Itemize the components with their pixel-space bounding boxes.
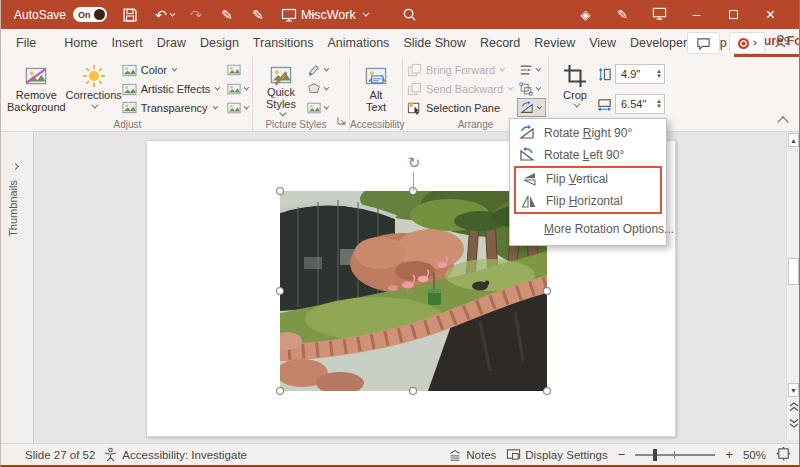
reset-picture-icon: [227, 101, 241, 115]
bring-forward-icon: [407, 63, 422, 78]
height-spin-down-icon[interactable]: ▼: [656, 74, 662, 79]
send-backward-button: Send Backward: [407, 80, 517, 99]
width-spinner[interactable]: ▲▼: [656, 99, 662, 109]
flip-horizontal-icon: [521, 193, 537, 209]
resize-handle-bottom-right[interactable]: [543, 387, 551, 395]
editing-mode-pen-icon[interactable]: ✎: [604, 7, 641, 22]
autosave-toggle[interactable]: On: [73, 7, 107, 22]
menu-item-rotate-right-90[interactable]: Rotate Right 90°: [510, 122, 666, 144]
picture-effects-icon: [307, 82, 321, 96]
display-settings-button[interactable]: Display Settings: [506, 447, 607, 462]
rotate-handle-icon[interactable]: ↻: [406, 155, 422, 171]
resize-handle-top-left[interactable]: [276, 187, 284, 195]
menu-item-flip-horizontal[interactable]: Flip Horizontal: [516, 190, 660, 212]
fit-to-window-button[interactable]: [776, 446, 791, 463]
menu-item-rotate-left-90[interactable]: Rotate Left 90°: [510, 144, 666, 166]
compress-pictures-button[interactable]: [225, 61, 250, 80]
previous-slide-button[interactable]: [788, 400, 799, 414]
slide-number-indicator[interactable]: Slide 27 of 52: [25, 449, 95, 461]
presenter-window-icon[interactable]: [641, 6, 678, 24]
zoom-slider[interactable]: [635, 454, 715, 456]
tab-record[interactable]: Record: [473, 29, 527, 57]
picture-effects-button[interactable]: [305, 80, 345, 99]
accessibility-checker[interactable]: Accessibility: Investigate: [103, 447, 247, 462]
search-icon[interactable]: [402, 7, 417, 25]
tab-draw[interactable]: Draw: [150, 29, 193, 57]
shape-width-icon: [597, 97, 612, 112]
close-button[interactable]: ×: [752, 6, 789, 24]
tab-developer[interactable]: Developer: [623, 29, 694, 57]
share-people-icon[interactable]: [774, 33, 791, 53]
tab-design[interactable]: Design: [193, 29, 246, 57]
artistic-effects-button[interactable]: Artistic Effects: [122, 80, 225, 99]
undo-icon[interactable]: ↶: [153, 7, 169, 23]
menu-item-more-rotation-options[interactable]: More Rotation Options...: [510, 218, 666, 240]
shape-width-input[interactable]: [621, 98, 653, 110]
ink-pen-icon[interactable]: ✎: [219, 7, 235, 23]
tab-slide-show[interactable]: Slide Show: [396, 29, 473, 57]
zoom-slider-thumb[interactable]: [653, 449, 657, 461]
menu-item-flip-vertical[interactable]: Flip Vertical: [516, 168, 660, 190]
tab-view[interactable]: View: [582, 29, 623, 57]
tab-transitions[interactable]: Transitions: [246, 29, 321, 57]
group-objects-button[interactable]: [517, 80, 546, 99]
shape-height-input[interactable]: [621, 68, 653, 80]
reset-picture-chevron-icon: [243, 103, 249, 109]
undo-dropdown-chevron-icon[interactable]: [170, 10, 176, 16]
collapse-ribbon-chevron-icon[interactable]: [777, 116, 788, 127]
remove-background-button[interactable]: Remove Background: [7, 59, 66, 117]
minimize-button[interactable]: –: [678, 7, 715, 22]
transparency-button[interactable]: Transparency: [122, 98, 225, 117]
width-spin-down-icon[interactable]: ▼: [656, 104, 662, 109]
thumbnails-pane[interactable]: Thumbnails: [1, 132, 34, 445]
scroll-up-button[interactable]: ▲: [788, 133, 799, 147]
draw-pen-icon[interactable]: ✎: [250, 7, 266, 23]
height-spinner[interactable]: ▲▼: [656, 69, 662, 79]
autosave-label: AutoSave: [14, 8, 66, 22]
tab-animations[interactable]: Animations: [321, 29, 397, 57]
align-button[interactable]: [517, 61, 546, 80]
picture-styles-dialog-launcher-icon[interactable]: [337, 115, 347, 129]
notes-button[interactable]: Notes: [448, 448, 496, 462]
toggle-knob-icon: [94, 9, 105, 20]
reset-picture-button[interactable]: [225, 98, 250, 117]
corrections-button[interactable]: Corrections: [66, 59, 122, 117]
comments-button[interactable]: [687, 32, 720, 54]
scroll-down-button[interactable]: ▼: [788, 383, 799, 397]
record-button[interactable]: [729, 32, 765, 54]
scroll-down-icon: ▼: [790, 387, 797, 394]
adjust-group-label: Adjust: [3, 119, 252, 130]
scrollbar-thumb[interactable]: [788, 258, 799, 285]
zoom-level[interactable]: 50%: [743, 449, 766, 461]
start-presentation-icon[interactable]: [281, 7, 297, 23]
resize-handle-middle-left[interactable]: [276, 287, 284, 295]
picture-border-button[interactable]: [305, 61, 345, 80]
change-picture-button[interactable]: [225, 80, 250, 99]
color-button[interactable]: Color: [122, 61, 225, 80]
quick-styles-button[interactable]: Quick Styles: [257, 59, 305, 117]
alt-text-button[interactable]: Alt Text: [354, 59, 398, 117]
resize-handle-bottom-left[interactable]: [276, 387, 284, 395]
tab-insert[interactable]: Insert: [105, 29, 150, 57]
record-chevron-icon: [751, 40, 757, 46]
zoom-in-button[interactable]: +: [725, 447, 733, 462]
tab-review[interactable]: Review: [527, 29, 582, 57]
crop-button[interactable]: Crop: [553, 59, 597, 117]
group-accessibility: Alt Text Accessibility: [350, 57, 403, 131]
slide-picture[interactable]: [280, 191, 547, 391]
vertical-scrollbar[interactable]: ▲ ▼: [786, 132, 799, 440]
document-title-area[interactable]: MiscWork: [301, 0, 367, 29]
thumbnails-expand-chevron-icon[interactable]: [12, 163, 19, 170]
save-icon[interactable]: [122, 7, 138, 23]
maximize-button[interactable]: [715, 7, 752, 22]
resize-handle-bottom-middle[interactable]: [409, 387, 417, 395]
selection-pane-button[interactable]: Selection Pane: [407, 98, 517, 117]
rotate-objects-button[interactable]: [517, 98, 546, 117]
zoom-out-button[interactable]: −: [618, 447, 626, 462]
next-slide-button[interactable]: [788, 416, 799, 430]
resize-handle-middle-right[interactable]: [543, 287, 551, 295]
align-chevron-icon: [535, 66, 541, 72]
tab-home[interactable]: Home: [57, 29, 104, 57]
premium-diamond-icon[interactable]: ◈: [567, 7, 604, 22]
tab-file[interactable]: File: [9, 29, 43, 57]
